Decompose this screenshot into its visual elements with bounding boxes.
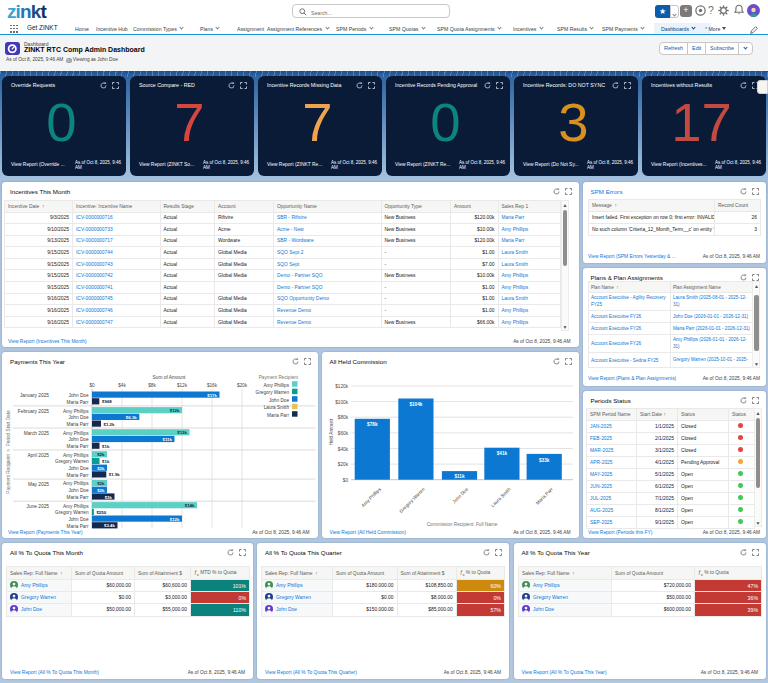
svg-text:Payment Recipient > Period S: Payment Recipient > Period Start Date [6, 409, 11, 493]
svg-text:$2k: $2k [97, 487, 105, 492]
svg-text:$40k: $40k [337, 446, 348, 451]
svg-text:Amy Phillips: Amy Phillips [263, 382, 289, 387]
svg-text:$2k: $2k [97, 452, 105, 457]
svg-text:Maria Parr: Maria Parr [67, 421, 89, 426]
svg-text:Gregory Warren: Gregory Warren [55, 459, 89, 464]
svg-text:January 2025: January 2025 [20, 393, 49, 398]
svg-text:Maria Parr: Maria Parr [267, 412, 289, 417]
svg-text:$80k: $80k [337, 415, 348, 420]
svg-text:May 2025: May 2025 [28, 481, 49, 486]
svg-text:$968: $968 [102, 399, 112, 404]
svg-text:$1k: $1k [102, 459, 110, 464]
svg-text:John Doe: John Doe [68, 392, 88, 397]
svg-text:$33k: $33k [538, 457, 549, 462]
svg-text:$12k: $12k [170, 408, 180, 413]
svg-text:$17k: $17k [207, 392, 217, 397]
svg-text:March 2025: March 2025 [24, 430, 50, 435]
svg-text:Amy Phillips: Amy Phillips [63, 481, 89, 486]
svg-text:$2k: $2k [97, 481, 105, 486]
svg-text:$11k: $11k [454, 474, 465, 479]
svg-text:$12k: $12k [177, 382, 188, 387]
svg-text:$3.4k: $3.4k [104, 523, 116, 528]
svg-text:$13k: $13k [177, 430, 187, 435]
svg-text:Maria Parr: Maria Parr [67, 494, 89, 499]
svg-text:$0: $0 [89, 382, 95, 387]
svg-text:Maria Parr: Maria Parr [67, 444, 89, 449]
svg-text:February 2025: February 2025 [18, 408, 50, 413]
svg-text:Gregory Warren: Gregory Warren [256, 390, 290, 395]
svg-text:Commission Recipient: Full Nam: Commission Recipient: Full Name [426, 522, 497, 527]
svg-text:John Doe: John Doe [451, 486, 469, 504]
svg-text:Payment Recipient: Payment Recipient [259, 375, 299, 380]
svg-text:John Doe: John Doe [68, 488, 88, 493]
svg-text:June 2025: June 2025 [27, 503, 50, 508]
svg-text:$1k: $1k [102, 443, 110, 448]
svg-text:Maria Parr: Maria Parr [67, 472, 89, 477]
svg-text:$0: $0 [342, 477, 348, 482]
svg-text:$4k: $4k [118, 382, 126, 387]
svg-text:Amy Phillips: Amy Phillips [63, 430, 89, 435]
svg-text:Gregory Warren: Gregory Warren [55, 510, 89, 515]
svg-text:Held Amount: Held Amount [328, 417, 333, 445]
svg-text:Amy Phillips: Amy Phillips [63, 503, 89, 508]
svg-text:$1.2k: $1.2k [104, 421, 116, 426]
svg-text:$14k: $14k [185, 503, 195, 508]
svg-text:Amy Phillips: Amy Phillips [63, 452, 89, 457]
svg-text:John Doe: John Doe [68, 516, 88, 521]
svg-text:$1.9k: $1.9k [109, 472, 121, 477]
svg-text:Maria Parr: Maria Parr [67, 399, 89, 404]
svg-text:April 2025: April 2025 [27, 452, 49, 457]
svg-text:Maria Parr: Maria Parr [534, 486, 553, 505]
svg-text:Laura Smith: Laura Smith [490, 486, 512, 508]
svg-text:John Doe: John Doe [68, 437, 88, 442]
svg-text:Gregory Warren: Gregory Warren [398, 486, 425, 513]
svg-text:John Doe: John Doe [68, 466, 88, 471]
svg-text:John Doe: John Doe [68, 415, 88, 420]
svg-text:$20k: $20k [337, 462, 348, 467]
svg-text:$16k: $16k [207, 382, 218, 387]
svg-text:$41k: $41k [496, 451, 507, 456]
svg-text:$100k: $100k [335, 399, 348, 404]
svg-text:Laura Smith: Laura Smith [264, 405, 290, 410]
svg-text:$3k: $3k [105, 494, 113, 499]
svg-text:$8k: $8k [148, 382, 156, 387]
svg-text:$12k: $12k [170, 516, 180, 521]
svg-text:Amy Phillips: Amy Phillips [63, 408, 89, 413]
svg-text:$60k: $60k [337, 431, 348, 436]
svg-text:$120k: $120k [335, 384, 348, 389]
svg-text:$6.3k: $6.3k [126, 414, 138, 419]
svg-text:John Doe: John Doe [269, 397, 289, 402]
svg-text:$2k: $2k [97, 465, 105, 470]
svg-text:Sum of Amount: Sum of Amount [153, 375, 186, 380]
svg-text:Maria Parr: Maria Parr [67, 523, 89, 528]
svg-text:Amy Phillips: Amy Phillips [360, 486, 382, 508]
svg-text:$78k: $78k [367, 422, 378, 427]
svg-text:$104k: $104k [409, 402, 422, 407]
svg-text:$250: $250 [96, 509, 106, 514]
svg-text:$20k: $20k [237, 382, 248, 387]
svg-text:$11k: $11k [162, 437, 172, 442]
